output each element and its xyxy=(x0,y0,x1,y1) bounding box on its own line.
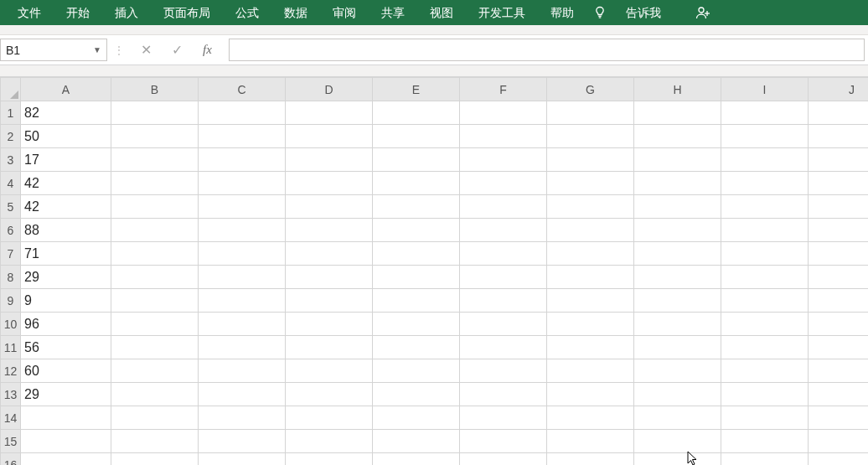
cell[interactable] xyxy=(460,266,547,289)
tab-help[interactable]: 帮助 xyxy=(538,0,586,25)
cell[interactable] xyxy=(21,430,111,453)
cell[interactable] xyxy=(373,313,460,336)
col-header-I[interactable]: I xyxy=(721,78,809,101)
row-header[interactable]: 11 xyxy=(1,336,21,359)
cell[interactable] xyxy=(199,125,286,148)
cell[interactable] xyxy=(111,172,199,195)
cell[interactable] xyxy=(460,406,547,430)
cell[interactable] xyxy=(460,125,547,148)
cell[interactable] xyxy=(634,125,721,148)
cell[interactable]: 50 xyxy=(21,125,111,148)
cell[interactable] xyxy=(286,430,373,453)
tab-view[interactable]: 视图 xyxy=(417,0,466,25)
col-header-J[interactable]: J xyxy=(809,78,869,101)
tell-me-button[interactable]: 告诉我 xyxy=(613,0,674,25)
row-header[interactable]: 15 xyxy=(1,430,21,453)
cell[interactable] xyxy=(286,336,373,359)
row-header[interactable]: 7 xyxy=(1,242,21,266)
fx-icon[interactable]: fx xyxy=(203,43,219,57)
cell[interactable] xyxy=(721,289,809,313)
cell[interactable] xyxy=(111,430,199,453)
tab-pagelayout[interactable]: 页面布局 xyxy=(151,0,223,25)
cell[interactable] xyxy=(634,172,721,195)
cell[interactable] xyxy=(286,172,373,195)
enter-icon[interactable]: ✓ xyxy=(172,44,183,57)
cell[interactable] xyxy=(286,313,373,336)
cell[interactable] xyxy=(111,313,199,336)
cell[interactable]: 82 xyxy=(21,101,111,125)
cell[interactable] xyxy=(460,313,547,336)
cell[interactable] xyxy=(460,172,547,195)
cell[interactable] xyxy=(721,430,809,453)
cell[interactable] xyxy=(634,101,721,125)
col-header-A[interactable]: A xyxy=(21,78,111,101)
cell[interactable] xyxy=(547,125,634,148)
cell[interactable] xyxy=(373,266,460,289)
cell[interactable]: 60 xyxy=(21,359,111,383)
cell[interactable] xyxy=(547,289,634,313)
lightbulb-icon[interactable] xyxy=(586,6,613,19)
col-header-B[interactable]: B xyxy=(111,78,199,101)
cell[interactable] xyxy=(721,406,809,430)
cell[interactable] xyxy=(721,125,809,148)
cell[interactable] xyxy=(199,289,286,313)
col-header-F[interactable]: F xyxy=(460,78,547,101)
cell[interactable] xyxy=(634,359,721,383)
cell[interactable] xyxy=(634,453,721,466)
col-header-E[interactable]: E xyxy=(373,78,460,101)
cell[interactable] xyxy=(547,453,634,466)
tab-file[interactable]: 文件 xyxy=(5,0,54,25)
cell[interactable] xyxy=(721,383,809,406)
cell[interactable] xyxy=(721,313,809,336)
cell[interactable] xyxy=(373,406,460,430)
cell[interactable] xyxy=(373,219,460,242)
cell[interactable] xyxy=(373,289,460,313)
cell[interactable] xyxy=(286,289,373,313)
cell[interactable] xyxy=(286,453,373,466)
cell[interactable] xyxy=(721,148,809,172)
cell[interactable] xyxy=(199,453,286,466)
cell[interactable] xyxy=(547,313,634,336)
cell[interactable] xyxy=(373,242,460,266)
cell[interactable] xyxy=(809,313,869,336)
cell[interactable] xyxy=(111,289,199,313)
cell[interactable] xyxy=(199,406,286,430)
cell[interactable] xyxy=(809,172,869,195)
cell[interactable] xyxy=(721,336,809,359)
cell[interactable] xyxy=(809,219,869,242)
cell[interactable] xyxy=(809,101,869,125)
cell[interactable] xyxy=(809,406,869,430)
cell[interactable] xyxy=(547,242,634,266)
cell[interactable]: 29 xyxy=(21,383,111,406)
cell[interactable] xyxy=(547,101,634,125)
tab-formulas[interactable]: 公式 xyxy=(223,0,271,25)
tab-developer[interactable]: 开发工具 xyxy=(466,0,538,25)
cell[interactable] xyxy=(199,430,286,453)
cell[interactable] xyxy=(111,359,199,383)
name-box[interactable]: B1 ▼ xyxy=(0,39,107,61)
cell[interactable] xyxy=(460,242,547,266)
cell[interactable] xyxy=(373,125,460,148)
cell[interactable] xyxy=(460,359,547,383)
cell[interactable]: 96 xyxy=(21,313,111,336)
cell[interactable] xyxy=(373,148,460,172)
cell[interactable] xyxy=(547,336,634,359)
cell[interactable] xyxy=(199,266,286,289)
cell[interactable] xyxy=(286,359,373,383)
tab-data[interactable]: 数据 xyxy=(271,0,320,25)
cell[interactable] xyxy=(547,172,634,195)
cell[interactable] xyxy=(373,172,460,195)
formula-input[interactable] xyxy=(229,39,865,61)
cell[interactable] xyxy=(111,101,199,125)
col-header-H[interactable]: H xyxy=(634,78,721,101)
cell[interactable] xyxy=(286,195,373,219)
cell[interactable] xyxy=(111,195,199,219)
row-header[interactable]: 8 xyxy=(1,266,21,289)
cell[interactable] xyxy=(634,430,721,453)
cell[interactable] xyxy=(721,219,809,242)
cell[interactable] xyxy=(286,101,373,125)
cell[interactable] xyxy=(634,266,721,289)
cell[interactable] xyxy=(460,219,547,242)
cell[interactable] xyxy=(460,195,547,219)
cell[interactable] xyxy=(721,453,809,466)
